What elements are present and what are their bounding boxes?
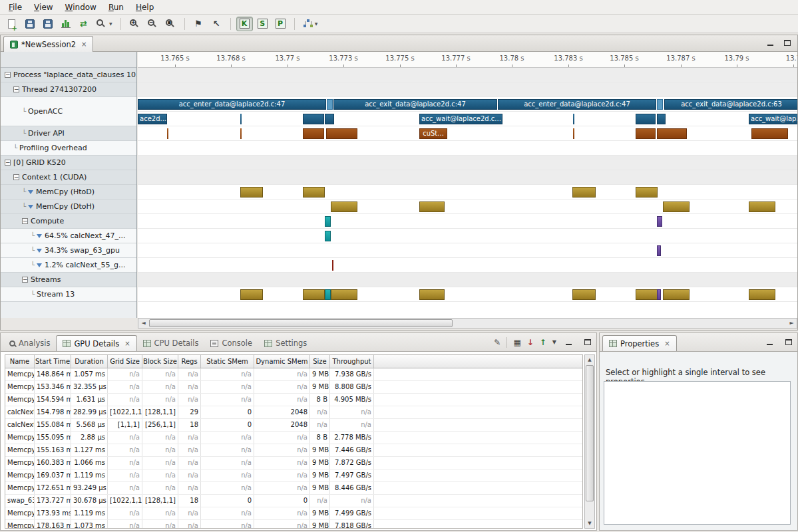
timeline-track-compute[interactable] bbox=[138, 214, 797, 229]
table-row[interactable]: calcNext155.084 ms5.568 µs[1,1,1][256,1,… bbox=[5, 419, 582, 432]
interval-bar[interactable] bbox=[325, 114, 334, 124]
column-header-grid-size[interactable]: Grid Size bbox=[108, 355, 142, 368]
menu-file[interactable]: File bbox=[3, 1, 28, 13]
menu-view[interactable]: View bbox=[28, 1, 59, 13]
tree-row-process[interactable]: −Process "laplace_data_clauses 10... bbox=[1, 68, 137, 82]
show-processes-button[interactable]: P bbox=[272, 17, 289, 31]
tree-row-driver-api[interactable]: └Driver API bbox=[1, 126, 137, 141]
table-row[interactable]: Memcpy148.864 ms1.057 msn/an/an/an/an/a9… bbox=[5, 368, 582, 381]
interval-bar[interactable] bbox=[325, 216, 331, 227]
tab-console[interactable]: Console bbox=[204, 335, 258, 351]
timeline-track-openacc-wait[interactable]: ace2d...acc_wait@laplace2d.c...acc_wait@… bbox=[138, 112, 797, 126]
interval-bar[interactable] bbox=[751, 128, 788, 139]
save-all-button[interactable] bbox=[39, 17, 56, 31]
new-session-button[interactable] bbox=[3, 17, 20, 31]
show-streams-button[interactable]: S bbox=[254, 17, 271, 31]
interval-bar[interactable] bbox=[663, 289, 690, 300]
close-tab-icon[interactable]: × bbox=[664, 340, 670, 347]
interval-bar[interactable] bbox=[240, 187, 263, 198]
tree-row-streams[interactable]: −Streams bbox=[1, 273, 137, 287]
tab-gpu-details[interactable]: GPU Details× bbox=[56, 335, 136, 351]
menu-run[interactable]: Run bbox=[102, 1, 130, 13]
layout-columns-icon[interactable]: ▦ bbox=[513, 338, 520, 347]
interval-bar[interactable] bbox=[240, 114, 242, 124]
column-header-name[interactable]: Name bbox=[5, 355, 35, 368]
table-row[interactable]: Memcpy178.163 ms1.073 msn/an/an/an/an/a9… bbox=[5, 520, 582, 529]
interval-bar[interactable] bbox=[572, 187, 596, 198]
export-profile-button[interactable]: ⇄ bbox=[75, 17, 92, 31]
interval-bar[interactable] bbox=[332, 260, 333, 271]
run-analysis-button[interactable]: ▼ bbox=[300, 17, 321, 31]
interval-bar[interactable] bbox=[657, 216, 662, 227]
menu-help[interactable]: Help bbox=[130, 1, 160, 13]
search-button[interactable]: ▼ bbox=[93, 17, 115, 31]
zoom-out-button[interactable]: − bbox=[144, 17, 161, 31]
interval-bar[interactable] bbox=[303, 114, 324, 124]
table-row[interactable]: Memcpy160.383 ms1.066 msn/an/an/an/an/a9… bbox=[5, 457, 582, 469]
interval-bar[interactable] bbox=[303, 128, 324, 139]
interval-bar[interactable] bbox=[749, 289, 775, 300]
tab-cpu-details[interactable]: CPU Details bbox=[137, 335, 205, 351]
timeline-track-stream-13[interactable] bbox=[138, 287, 797, 302]
timeline-track-kernel-calcnext-47[interactable] bbox=[138, 229, 797, 243]
interval-bar[interactable] bbox=[419, 201, 445, 212]
tree-row-memcpy-dtoh[interactable]: └MemCpy (DtoH) bbox=[1, 200, 137, 214]
interval-bar[interactable] bbox=[325, 289, 331, 300]
table-row[interactable]: Memcpy155.095 ms2.88 µsn/an/an/an/an/a8 … bbox=[5, 432, 582, 444]
collapse-icon[interactable]: − bbox=[5, 160, 11, 166]
run-analysis-dropdown-icon[interactable]: ▼ bbox=[315, 21, 318, 26]
timeline-track-context-1[interactable] bbox=[138, 170, 797, 185]
tab-newsession2[interactable]: *NewSession2 × bbox=[3, 36, 93, 52]
interval-bar[interactable] bbox=[419, 289, 445, 300]
pointer-mode-button[interactable]: ↖ bbox=[208, 17, 225, 31]
mark-flag-button[interactable]: ⚑ bbox=[190, 17, 207, 31]
column-header-throughput[interactable]: Throughput bbox=[330, 355, 374, 368]
interval-bar[interactable]: acc_enter_data@laplace2d.c:47 bbox=[498, 99, 656, 110]
export-icon[interactable]: ↑ bbox=[540, 338, 546, 347]
column-header-start-time[interactable]: Start Time bbox=[35, 355, 71, 368]
column-header-static-smem[interactable]: Static SMem bbox=[201, 355, 254, 368]
minimize-panel-button[interactable] bbox=[763, 336, 776, 348]
table-row[interactable]: calcNext154.798 ms282.99 µs[1022,1,1][12… bbox=[5, 406, 582, 419]
table-row[interactable]: swap_63173.727 ms30.678 µs[1022,1,1][128… bbox=[5, 495, 582, 507]
timeline-track-thread[interactable] bbox=[138, 82, 797, 97]
timeline-track-driver-api[interactable]: cuSt... bbox=[138, 126, 797, 141]
tree-row-thread[interactable]: −Thread 2741307200 bbox=[1, 82, 137, 97]
timeline-track-kernel-swap-63[interactable] bbox=[138, 243, 797, 258]
interval-bar[interactable] bbox=[657, 99, 663, 110]
scroll-down-icon[interactable]: ▼ bbox=[585, 519, 594, 528]
table-vscrollbar[interactable]: ▲ ▼ bbox=[584, 354, 595, 529]
interval-bar[interactable] bbox=[331, 289, 357, 300]
interval-bar[interactable] bbox=[573, 128, 574, 139]
timeline-track-streams[interactable] bbox=[138, 273, 797, 287]
interval-bar[interactable]: cuSt... bbox=[419, 128, 447, 139]
tree-row-kernel-calcnext-55[interactable]: └1.2% calcNext_55_g... bbox=[1, 258, 137, 273]
zoom-fit-button[interactable]: ▪ bbox=[162, 17, 179, 31]
timeline-track-profiling-overhead[interactable] bbox=[138, 141, 797, 156]
timeline-tree[interactable]: −Process "laplace_data_clauses 10...−Thr… bbox=[1, 52, 137, 318]
interval-bar[interactable] bbox=[331, 201, 357, 212]
interval-bar[interactable] bbox=[303, 289, 325, 300]
tree-row-context-1[interactable]: −Context 1 (CUDA) bbox=[1, 170, 137, 185]
scroll-left-icon[interactable]: ◄ bbox=[138, 319, 148, 328]
timeline-hscrollbar[interactable]: ◄ ► bbox=[138, 318, 797, 329]
interval-bar[interactable]: ace2d... bbox=[138, 114, 167, 124]
interval-bar[interactable]: acc_wait@laplace2d.c... bbox=[419, 114, 502, 124]
interval-bar[interactable] bbox=[572, 289, 596, 300]
highlight-icon[interactable]: ✎ bbox=[494, 338, 500, 347]
table-row[interactable]: Memcpy172.651 ms93.249 µsn/an/an/an/an/a… bbox=[5, 482, 582, 495]
interval-bar[interactable] bbox=[636, 114, 656, 124]
column-header-dynamic-smem[interactable]: Dynamic SMem bbox=[254, 355, 310, 368]
column-header-block-size[interactable]: Block Size bbox=[142, 355, 178, 368]
hscroll-thumb[interactable] bbox=[149, 319, 453, 327]
interval-bar[interactable] bbox=[303, 187, 325, 198]
tab-settings[interactable]: Settings bbox=[258, 335, 313, 351]
column-header-size[interactable]: Size bbox=[310, 355, 330, 368]
interval-bar[interactable] bbox=[326, 128, 357, 139]
timeline-chart[interactable]: 13.765 s13.768 s13.77 s13.773 s13.775 s1… bbox=[138, 52, 797, 318]
tree-row-kernel-calcnext-47[interactable]: └64.5% calcNext_47_... bbox=[1, 229, 137, 243]
timeline-track-kernel-calcnext-55[interactable] bbox=[138, 258, 797, 273]
zoom-in-button[interactable]: + bbox=[126, 17, 143, 31]
interval-bar[interactable]: acc_exit_data@laplace2d.c:63 bbox=[664, 99, 797, 110]
table-row[interactable]: Memcpy169.037 ms1.119 msn/an/an/an/an/a9… bbox=[5, 469, 582, 482]
